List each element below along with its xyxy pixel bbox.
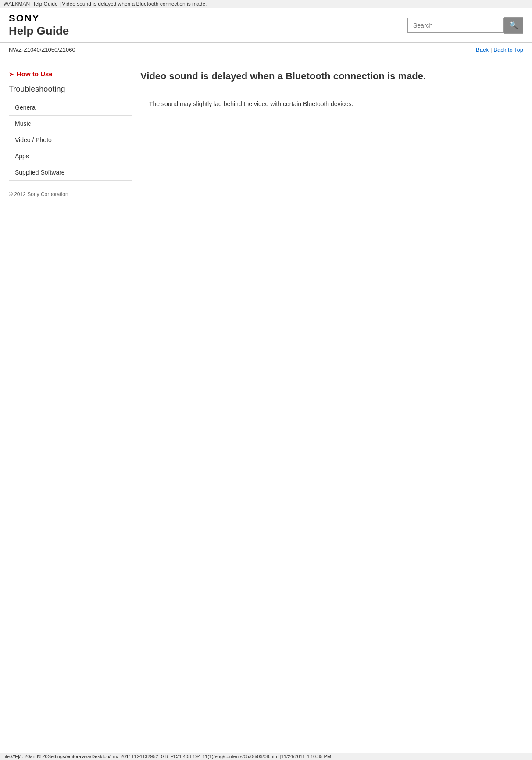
sidebar-item-music[interactable]: Music <box>9 116 132 132</box>
nav-separator: | <box>490 46 492 53</box>
logo-section: SONY Help Guide <box>9 13 69 38</box>
content-body: The sound may slightly lag behind the vi… <box>140 99 523 109</box>
sidebar-item-supplied-software[interactable]: Supplied Software <box>9 164 132 181</box>
main-container: ➤ How to Use Troubleshooting General Mus… <box>0 57 532 206</box>
search-input[interactable] <box>407 18 504 33</box>
search-section: 🔍 <box>407 17 523 34</box>
model-number: NWZ-Z1040/Z1050/Z1060 <box>9 46 75 53</box>
sidebar-item-apps[interactable]: Apps <box>9 148 132 164</box>
nav-links: Back | Back to Top <box>476 46 523 53</box>
back-link[interactable]: Back <box>476 46 489 53</box>
browser-title: WALKMAN Help Guide | Video sound is dela… <box>0 0 532 8</box>
content-divider-bottom <box>140 116 523 116</box>
search-icon: 🔍 <box>509 21 518 29</box>
how-to-use-section: ➤ How to Use <box>9 70 132 78</box>
how-to-use-label[interactable]: How to Use <box>17 70 53 78</box>
header: SONY Help Guide 🔍 <box>0 8 532 43</box>
back-to-top-link[interactable]: Back to Top <box>493 46 523 53</box>
content-divider-top <box>140 92 523 92</box>
search-button[interactable]: 🔍 <box>504 17 523 34</box>
help-guide-title: Help Guide <box>9 24 69 38</box>
sidebar-item-video-photo[interactable]: Video / Photo <box>9 132 132 148</box>
content-title: Video sound is delayed when a Bluetooth … <box>140 70 523 83</box>
sidebar-item-general[interactable]: General <box>9 100 132 116</box>
content-area: Video sound is delayed when a Bluetooth … <box>140 66 523 197</box>
sidebar: ➤ How to Use Troubleshooting General Mus… <box>9 66 132 197</box>
troubleshooting-title: Troubleshooting <box>9 85 132 96</box>
sony-logo: SONY <box>9 13 69 24</box>
nav-bar: NWZ-Z1040/Z1050/Z1060 Back | Back to Top <box>0 43 532 57</box>
footer-copyright: © 2012 Sony Corporation <box>9 191 132 197</box>
chevron-right-icon: ➤ <box>9 71 14 78</box>
